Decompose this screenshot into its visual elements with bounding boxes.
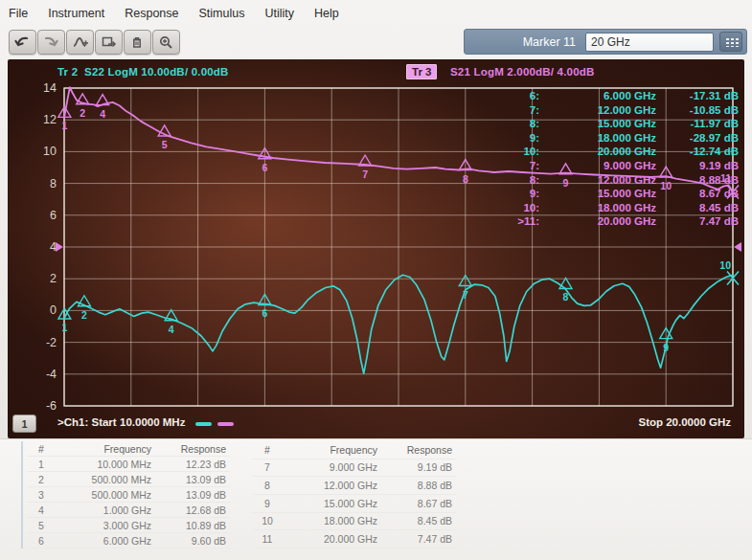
marker-table-right: #FrequencyResponse79.000 GHz9.19 dB812.0…	[253, 441, 456, 549]
menu-item-instrument[interactable]: Instrument	[48, 7, 104, 20]
marker-label-6: 6	[262, 162, 267, 173]
y-axis-label: 14	[43, 81, 57, 95]
y-axis-label: 10	[43, 145, 57, 158]
delete-button[interactable]	[124, 30, 151, 55]
channel-1-button[interactable]: 1	[12, 414, 36, 433]
readout-row: 6:6.000 GHz-17.31 dB	[507, 89, 739, 103]
marker-table-header: #FrequencyResponse	[27, 441, 230, 457]
marker-label-2: 2	[80, 107, 85, 119]
undo-button[interactable]	[9, 30, 36, 55]
y-axis-label: -4	[46, 368, 57, 381]
marker-label-2: 2	[81, 309, 87, 321]
marker-label-4: 4	[169, 324, 174, 335]
marker-label-9: 9	[663, 342, 669, 353]
magenta-trace-legend-dash	[217, 422, 234, 426]
marker-label-5: 5	[162, 139, 168, 150]
readout-row: 9:15.000 GHz8.67 dB	[507, 187, 739, 201]
toolbar: Marker 11	[0, 27, 752, 57]
redo-icon	[43, 34, 59, 50]
table-row: 915.000 GHz8.67 dB	[253, 494, 456, 512]
readout-row: 10:18.000 GHz8.45 dB	[507, 201, 739, 215]
delete-icon	[129, 34, 146, 50]
marker-table-area: #FrequencyResponse110.000 MHz12.23 dB250…	[0, 438, 752, 560]
start-frequency-value: 10.0000 MHz	[120, 416, 185, 428]
marker-value-input[interactable]	[585, 33, 714, 52]
marker-panel: Marker 11	[464, 29, 747, 55]
table-row: 3500.000 MHz13.09 dB	[27, 487, 230, 503]
table-row: 53.000 GHz10.89 dB	[27, 518, 230, 533]
marker-readout-s21: 7:9.000 GHz9.19 dB8:12.000 GHz8.88 dB9:1…	[507, 159, 739, 229]
marker-panel-label: Marker 11	[523, 35, 576, 49]
undo-icon	[14, 34, 31, 50]
readout-row: 8:12.000 GHz8.88 dB	[507, 173, 739, 188]
ref-level-arrow-right[interactable]	[734, 242, 741, 252]
channel-status-bar: 1 >Ch1: Start 10.0000 MHz Stop 20.0000 G…	[8, 414, 744, 437]
readout-row: 7:9.000 GHz9.19 dB	[507, 159, 739, 173]
add-marker-icon	[72, 34, 88, 50]
table-row: 812.000 GHz8.88 dB	[253, 477, 456, 495]
marker-table-header: #FrequencyResponse	[253, 441, 456, 459]
marker-table-wrap: #FrequencyResponse110.000 MHz12.23 dB250…	[21, 441, 479, 549]
menu-item-utility[interactable]: Utility	[264, 7, 294, 20]
marker-readout-s22: 6:6.000 GHz-17.31 dB7:12.000 GHz-10.85 d…	[507, 89, 739, 159]
add-marker-button[interactable]	[66, 30, 94, 55]
y-axis-label: 8	[50, 177, 57, 190]
marker-table-left: #FrequencyResponse110.000 MHz12.23 dB250…	[27, 441, 230, 549]
table-row: 1120.000 GHz7.47 dB	[253, 530, 456, 549]
copy-channel-icon	[101, 34, 117, 50]
marker-label-1: 1	[61, 120, 67, 131]
table-row: 66.000 GHz9.60 dB	[27, 533, 230, 549]
marker-label-10: 10	[719, 259, 731, 271]
table-row: 79.000 GHz9.19 dB	[253, 459, 456, 477]
instrument-display-panel: Tr 2 S22 LogM 10.00dB/ 0.00dB Tr 3 S21 L…	[8, 59, 744, 438]
marker-label-8: 8	[563, 291, 569, 302]
y-axis-label: 6	[50, 209, 57, 222]
marker-label-7: 7	[463, 289, 468, 301]
menu-item-response[interactable]: Response	[125, 7, 178, 20]
ref-level-arrow-left[interactable]	[56, 242, 63, 252]
menu-item-stimulus[interactable]: Stimulus	[199, 7, 245, 20]
menu-bar: FileInstrumentResponseStimulusUtilityHel…	[0, 0, 752, 26]
readout-row: 10:20.000 GHz-12.74 dB	[507, 145, 739, 159]
marker-label-7: 7	[362, 168, 368, 180]
table-row: 2500.000 MHz13.09 dB	[27, 472, 230, 487]
readout-row: 7:12.000 GHz-10.85 dB	[507, 103, 739, 118]
y-axis-label: 0	[50, 303, 57, 317]
table-row: 1018.000 GHz8.45 dB	[253, 512, 456, 530]
y-axis-label: 2	[50, 272, 57, 285]
zoom-icon	[158, 34, 174, 50]
menu-item-file[interactable]: File	[9, 7, 28, 20]
keypad-button[interactable]	[719, 32, 742, 52]
readout-row: 8:15.000 GHz-11.97 dB	[507, 117, 739, 131]
copy-channel-button[interactable]	[95, 30, 123, 55]
keypad-icon	[724, 36, 739, 47]
marker-label-6: 6	[262, 307, 267, 319]
table-row: 41.000 GHz12.68 dB	[27, 503, 230, 518]
redo-button[interactable]	[37, 30, 65, 55]
readout-row: 9:18.000 GHz-28.97 dB	[507, 131, 739, 146]
y-axis-label: 4	[50, 240, 57, 254]
y-axis-label: -6	[46, 399, 57, 413]
stop-frequency-label: Stop 20.0000 GHz	[638, 416, 731, 428]
marker-label-1: 1	[61, 322, 67, 333]
y-axis-label: -2	[46, 336, 57, 349]
start-frequency-label: >Ch1: Start	[57, 416, 117, 428]
marker-label-4: 4	[100, 108, 105, 120]
table-row: 110.000 MHz12.23 dB	[27, 457, 230, 472]
y-axis-label: 12	[43, 113, 57, 126]
readout-row: >11:20.000 GHz7.47 dB	[507, 214, 739, 229]
marker-label-8: 8	[463, 173, 468, 185]
zoom-button[interactable]	[152, 30, 180, 55]
menu-item-help[interactable]: Help	[314, 7, 339, 20]
vna-application-window: { "menu": {"items": ["File", "Instrument…	[0, 0, 752, 560]
marker-triangle-8[interactable]	[559, 278, 572, 288]
cyan-trace-legend-dash	[195, 422, 212, 426]
